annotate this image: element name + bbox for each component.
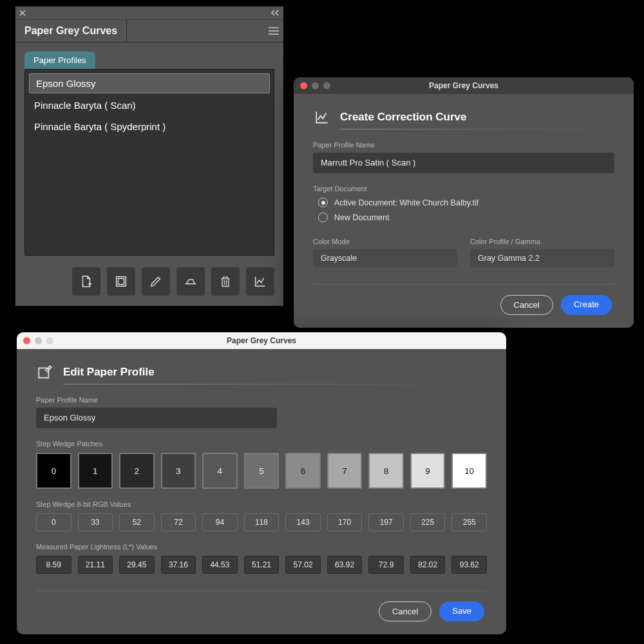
panel-titlebar: Paper Grey Curves [15, 20, 283, 43]
lstar-value-cell[interactable]: 82.02 [410, 556, 446, 574]
lstar-value-cell[interactable]: 51.21 [244, 556, 279, 574]
patch-row: 012345678910 [36, 453, 487, 489]
step-wedge-patch[interactable]: 7 [327, 453, 363, 489]
step-wedge-patch[interactable]: 6 [285, 453, 321, 489]
color-mode-label: Color Mode [313, 238, 457, 245]
dialog-titlebar: Paper Grey Curves [294, 77, 634, 94]
chart-button[interactable] [246, 267, 274, 296]
profile-name-input[interactable]: Epson Glossy [36, 408, 277, 428]
cancel-button[interactable]: Cancel [379, 601, 431, 621]
panel-toolbar [15, 261, 283, 306]
rgb-value-cell[interactable]: 225 [410, 513, 446, 531]
rgb-value-cell[interactable]: 143 [285, 513, 321, 531]
zoom-button [46, 337, 53, 345]
delete-button[interactable] [211, 267, 240, 296]
tab-paper-profiles[interactable]: Paper Profiles [24, 52, 95, 69]
close-button[interactable] [23, 337, 30, 345]
new-profile-button[interactable] [72, 267, 100, 296]
scan-button[interactable] [176, 267, 205, 296]
radio-new-document[interactable]: New Document [318, 213, 614, 222]
color-profile-label: Color Profile / Gamma [470, 238, 614, 245]
profile-item[interactable]: Epson Glossy [29, 73, 270, 93]
dialog-heading: Create Correction Curve [313, 108, 614, 126]
lstar-value-cell[interactable]: 21.11 [78, 556, 113, 574]
dialog-titlebar: Paper Grey Curves [17, 332, 506, 349]
dialog-title: Paper Grey Curves [429, 81, 498, 90]
step-wedge-patch[interactable]: 10 [451, 453, 487, 489]
panel-chrome [15, 6, 283, 20]
chart-icon [313, 108, 331, 126]
color-mode-select[interactable]: Grayscale [313, 249, 457, 267]
zoom-button [323, 82, 330, 90]
step-wedge-patch[interactable]: 0 [36, 453, 71, 489]
step-wedge-patch[interactable]: 4 [202, 453, 238, 489]
rgb-value-cell[interactable]: 170 [327, 513, 363, 531]
rgb-value-cell[interactable]: 72 [161, 513, 196, 531]
rgb-row: 033527294118143170197225255 [36, 513, 487, 531]
step-wedge-patch[interactable]: 5 [244, 453, 279, 489]
edit-button[interactable] [142, 267, 170, 296]
lstar-value-cell[interactable]: 72.9 [368, 556, 404, 574]
step-wedge-patch[interactable]: 8 [368, 453, 404, 489]
lstar-row: 8.5921.1129.4537.1644.5351.2157.0263.927… [36, 556, 487, 574]
profile-name-label: Paper Profile Name [313, 141, 614, 149]
svg-rect-1 [118, 278, 124, 284]
edit-paper-profile-dialog: Paper Grey Curves Edit Paper Profile Pap… [17, 332, 506, 634]
lstar-value-cell[interactable]: 63.92 [327, 556, 363, 574]
lstar-value-cell[interactable]: 8.59 [36, 556, 71, 574]
dialog-heading-text: Edit Paper Profile [63, 366, 155, 379]
step-wedge-patch[interactable]: 3 [161, 453, 196, 489]
rgb-value-cell[interactable]: 197 [368, 513, 404, 531]
minimize-button [35, 337, 42, 345]
profile-name-input[interactable]: Marrutt Pro Satin ( Scan ) [313, 153, 614, 173]
rgb-value-cell[interactable]: 118 [244, 513, 279, 531]
save-button[interactable]: Save [439, 601, 484, 621]
dialog-heading: Edit Paper Profile [36, 363, 487, 381]
rgb-value-cell[interactable]: 33 [78, 513, 113, 531]
edit-icon [36, 363, 54, 381]
radio-active-document[interactable]: Active Document: White Church Balby.tif [318, 198, 614, 207]
rgb-values-label: Step Wedge 8-bit RGB Values [36, 500, 487, 508]
patches-label: Step Wedge Patches [36, 440, 487, 448]
panel-menu-button[interactable] [264, 20, 283, 42]
rgb-value-cell[interactable]: 94 [202, 513, 238, 531]
lstar-value-cell[interactable]: 93.62 [451, 556, 487, 574]
lstar-value-cell[interactable]: 37.16 [161, 556, 196, 574]
dialog-heading-text: Create Correction Curve [340, 111, 467, 124]
close-button[interactable] [300, 82, 307, 90]
step-wedge-patch[interactable]: 2 [119, 453, 155, 489]
preview-button[interactable] [107, 267, 135, 296]
rgb-value-cell[interactable]: 0 [36, 513, 71, 531]
create-button[interactable]: Create [561, 295, 612, 315]
rgb-value-cell[interactable]: 52 [119, 513, 155, 531]
step-wedge-patch[interactable]: 1 [78, 453, 113, 489]
radio-icon [318, 198, 328, 207]
lstar-values-label: Measured Paper Lightness (L*) Values [36, 543, 487, 551]
lstar-value-cell[interactable]: 29.45 [119, 556, 155, 574]
color-profile-select[interactable]: Gray Gamma 2.2 [470, 249, 614, 267]
close-icon[interactable] [19, 10, 26, 16]
collapse-icon[interactable] [270, 10, 279, 16]
lstar-value-cell[interactable]: 57.02 [285, 556, 321, 574]
profile-name-label: Paper Profile Name [36, 396, 487, 404]
radio-icon [318, 213, 328, 222]
radio-label: Active Document: White Church Balby.tif [334, 198, 478, 207]
step-wedge-patch[interactable]: 9 [410, 453, 446, 489]
create-correction-curve-dialog: Paper Grey Curves Create Correction Curv… [294, 77, 634, 328]
dialog-title: Paper Grey Curves [227, 336, 296, 345]
minimize-button [312, 82, 319, 90]
radio-label: New Document [334, 213, 389, 222]
profile-item[interactable]: Pinnacle Baryta ( Spyderprint ) [25, 116, 274, 137]
profiles-panel: Paper Grey Curves Paper Profiles Epson G… [15, 6, 283, 306]
cancel-button[interactable]: Cancel [500, 295, 553, 315]
rgb-value-cell[interactable]: 255 [451, 513, 487, 531]
panel-title: Paper Grey Curves [15, 20, 127, 42]
target-document-label: Target Document [313, 185, 614, 193]
lstar-value-cell[interactable]: 44.53 [202, 556, 238, 574]
profile-item[interactable]: Pinnacle Baryta ( Scan) [25, 95, 274, 116]
profile-list: Epson Glossy Pinnacle Baryta ( Scan) Pin… [24, 69, 274, 256]
